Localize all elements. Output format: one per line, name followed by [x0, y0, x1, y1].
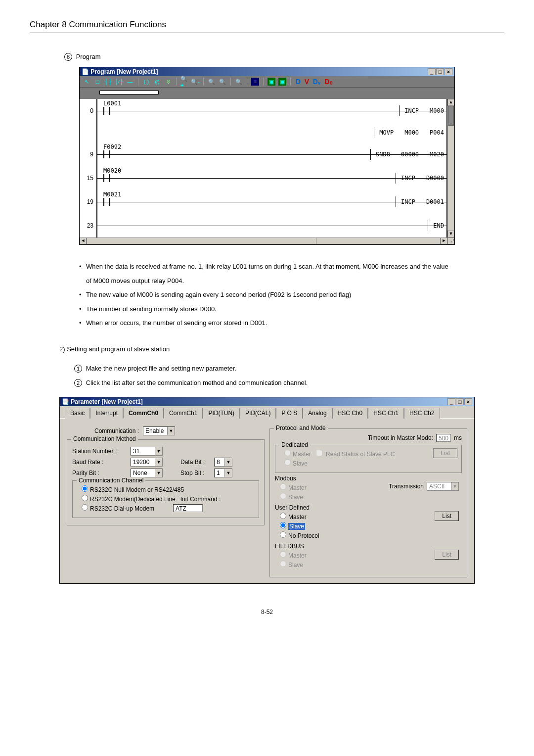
init-cmd-input[interactable]: ATZ: [173, 504, 203, 512]
section-8-label: 8 Program: [64, 53, 504, 61]
hscroll-thumb[interactable]: [87, 238, 316, 244]
v-button[interactable]: V: [305, 78, 309, 86]
radio-dedicated[interactable]: RS232C Modem(Dedicated Line Init Command…: [82, 495, 255, 503]
contact-symbol: [103, 107, 110, 115]
graph2-icon[interactable]: ▣: [278, 78, 286, 86]
parity-label: Parity Bit :: [72, 470, 127, 476]
list-button-userdef[interactable]: List: [435, 511, 459, 521]
protocol-mode-fieldset: Protocol and Mode Timeout in Master Mode…: [269, 428, 467, 577]
contact-nc-icon[interactable]: ┤∕├: [115, 78, 123, 86]
tabs: Basic Interrupt CommCh0 CommCh1 PID(TUN)…: [60, 406, 474, 418]
program-icon: 📄: [82, 68, 89, 75]
radio-input[interactable]: [82, 495, 88, 501]
vertical-scrollbar[interactable]: ▲ ▼: [447, 99, 454, 237]
zoom-in-2-icon[interactable]: 🔍: [208, 78, 216, 86]
func-icon[interactable]: ※: [164, 78, 172, 86]
parameter-window: 📑 Parameter [New Project1] _ □ × Basic I…: [59, 397, 475, 584]
program-titlebar: 📄 Program [New Project1] _ □ ×: [80, 67, 454, 76]
dv-button[interactable]: Dᵥ: [313, 78, 321, 86]
ladder-row-19: 19 M0021 INCP D0001: [80, 190, 454, 214]
maximize-button[interactable]: □: [436, 68, 444, 75]
output-box: MOVP M000 P004: [374, 127, 449, 138]
tab-pidtun[interactable]: PID(TUN): [203, 408, 240, 419]
tab-analog[interactable]: Analog: [303, 408, 332, 419]
scroll-right-icon[interactable]: ►: [441, 237, 447, 244]
toolbar-sep-7: [290, 78, 291, 86]
radio-input[interactable]: [280, 513, 286, 519]
dropdown-icon[interactable]: ▼: [155, 469, 162, 477]
cursor-icon[interactable]: ↖: [83, 78, 90, 86]
radio-input[interactable]: [82, 485, 88, 492]
find-icon[interactable]: 🔍: [235, 78, 243, 86]
program-title: Program [New Project1]: [90, 68, 158, 75]
minimize-button[interactable]: _: [447, 398, 455, 405]
radio-null-modem[interactable]: RS232C Null Modem or RS422/485: [82, 485, 255, 493]
dropdown-icon[interactable]: ▼: [167, 427, 175, 435]
scroll-thumb[interactable]: [448, 106, 454, 126]
horizontal-scrollbar[interactable]: ◄ ► ⋰: [80, 237, 454, 244]
protocol-legend: Protocol and Mode: [274, 425, 328, 431]
dropdown-icon[interactable]: ▼: [224, 458, 232, 466]
tab-pidcal[interactable]: PID(CAL): [240, 408, 276, 419]
tab-hscch0[interactable]: HSC Ch0: [332, 408, 368, 419]
zoom-out-2-icon[interactable]: 🔍: [219, 78, 226, 86]
close-button[interactable]: ×: [445, 68, 452, 75]
box-icon[interactable]: □: [93, 78, 101, 86]
zoom-in-icon[interactable]: 🔍+: [180, 78, 188, 86]
init-cmd-label: Init Command :: [180, 496, 221, 503]
communication-select[interactable]: Enable ▼: [143, 426, 175, 435]
radio-userdef-slave[interactable]: Slave: [280, 522, 319, 530]
zoom-out-icon[interactable]: 🔍-: [191, 78, 199, 86]
tab-basic[interactable]: Basic: [65, 408, 90, 419]
modbus-label: Modbus: [275, 475, 462, 482]
tab-commch0[interactable]: CommCh0: [123, 408, 164, 419]
coil-icon[interactable]: ( ): [142, 78, 150, 86]
ladder-row-15: 15 M0020 INCP D0000: [80, 166, 454, 190]
radio-userdef-none[interactable]: No Protocol: [280, 531, 319, 539]
d-button[interactable]: D: [296, 78, 301, 86]
program-selector-field[interactable]: [99, 91, 159, 94]
tab-hscch1[interactable]: HSC Ch1: [368, 408, 404, 419]
tab-pos[interactable]: P O S: [276, 408, 303, 419]
baud-select[interactable]: 19200▼: [131, 458, 163, 467]
comm-channel-legend: Communication Channel: [77, 477, 145, 484]
line-icon[interactable]: —: [126, 78, 134, 86]
tab-interrupt[interactable]: Interrupt: [90, 408, 123, 419]
ladder-row-23: 23 END: [80, 214, 454, 237]
dropdown-icon[interactable]: ▼: [155, 447, 162, 455]
radio-input[interactable]: [82, 504, 88, 511]
scroll-up-icon[interactable]: ▲: [447, 99, 454, 106]
stop-bit-select[interactable]: 1▼: [214, 469, 232, 477]
userdef-label: User Defined: [275, 504, 462, 511]
minimize-button[interactable]: _: [428, 68, 436, 75]
radio-input[interactable]: [280, 522, 286, 528]
radio-userdef-master[interactable]: Master: [280, 513, 319, 520]
maximize-button[interactable]: □: [456, 398, 464, 405]
scroll-left-icon[interactable]: ◄: [80, 237, 87, 244]
circled-1: 1: [74, 365, 82, 373]
radio-dialup[interactable]: RS232C Dial-up Modem ATZ: [82, 504, 255, 512]
scroll-down-icon[interactable]: ▼: [447, 231, 454, 237]
output-box: END: [428, 220, 449, 231]
bullet-item: The number of sending normally stores D0…: [79, 302, 455, 317]
tab-hscch2[interactable]: HSC Ch2: [404, 408, 440, 419]
station-select[interactable]: 31▼: [131, 447, 163, 456]
resize-grip-icon[interactable]: ⋰: [447, 237, 454, 244]
close-button[interactable]: ×: [464, 398, 472, 405]
dropdown-icon[interactable]: ▼: [224, 469, 232, 477]
not-coil-icon[interactable]: (∕): [153, 78, 161, 86]
contact-label: M0021: [103, 191, 121, 198]
radio-input[interactable]: [280, 531, 286, 538]
parity-select[interactable]: None▼: [131, 469, 163, 477]
dropdown-icon[interactable]: ▼: [155, 458, 162, 466]
contact-no-icon[interactable]: ┤├: [104, 78, 112, 86]
data-bit-label: Data Bit :: [180, 459, 210, 466]
tab-commch1[interactable]: CommCh1: [164, 408, 203, 419]
contact-symbol: [103, 150, 110, 158]
d0-button[interactable]: D₀: [324, 78, 332, 86]
graph1-icon[interactable]: ▣: [267, 78, 275, 86]
fieldbus-label: FIELDBUS: [275, 543, 462, 550]
ladder-row-0b: MOVP M000 P004: [80, 123, 454, 142]
data-bit-select[interactable]: 8▼: [214, 458, 232, 467]
list-icon[interactable]: ≡: [251, 78, 259, 86]
